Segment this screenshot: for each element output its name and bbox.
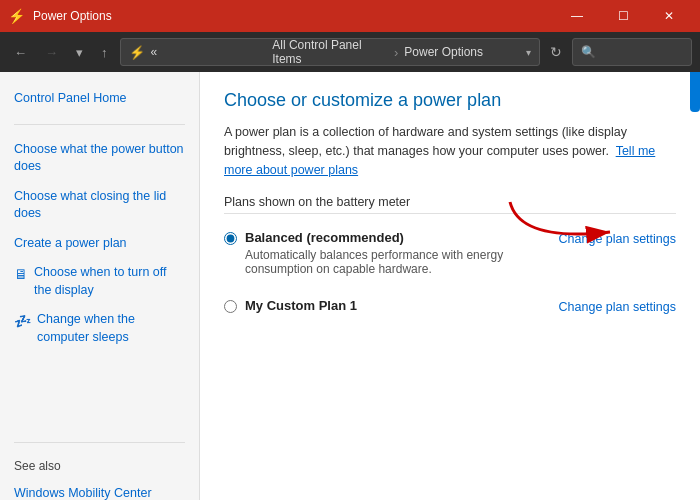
main-content: Control Panel Home Choose what the power… (0, 72, 700, 500)
sidebar-item-sleep[interactable]: 💤 Change when the computer sleeps (0, 305, 199, 352)
sidebar-item-display[interactable]: 🖥 Choose when to turn off the display (0, 258, 199, 305)
sleep-icon: 💤 (14, 312, 31, 332)
address-part1: « (151, 45, 267, 59)
minimize-button[interactable]: — (554, 0, 600, 32)
breadcrumb-separator: › (394, 45, 398, 60)
display-icon: 🖥 (14, 265, 28, 285)
sidebar-item-label-2: Create a power plan (14, 235, 127, 253)
plan-desc-balanced: Automatically balances performance with … (245, 248, 559, 276)
sidebar-item-label-0: Choose what the power button does (14, 141, 185, 176)
section-label: Plans shown on the battery meter (224, 195, 676, 214)
sidebar-item-home[interactable]: Control Panel Home (0, 84, 199, 114)
window-controls: — ☐ ✕ (554, 0, 692, 32)
content-description: A power plan is a collection of hardware… (224, 123, 676, 179)
see-also-label: See also (0, 453, 199, 479)
address-breadcrumb2: Power Options (404, 45, 520, 59)
sidebar-divider-1 (14, 124, 185, 125)
title-bar: ⚡ Power Options — ☐ ✕ (0, 0, 700, 32)
sidebar-item-create-plan[interactable]: Create a power plan (0, 229, 199, 259)
app-icon: ⚡ (8, 8, 25, 24)
plan-row-custom: My Custom Plan 1 Change plan settings (224, 294, 676, 318)
sidebar: Control Panel Home Choose what the power… (0, 72, 200, 500)
search-box[interactable]: 🔍 (572, 38, 692, 66)
page-title: Choose or customize a power plan (224, 90, 676, 111)
plan-name-custom: My Custom Plan 1 (245, 298, 357, 313)
dropdown-button[interactable]: ▾ (70, 41, 89, 64)
sidebar-item-power-button[interactable]: Choose what the power button does (0, 135, 199, 182)
address-bar: ← → ▾ ↑ ⚡ « All Control Panel Items › Po… (0, 32, 700, 72)
change-plan-link-custom[interactable]: Change plan settings (559, 300, 676, 314)
refresh-button[interactable]: ↻ (546, 40, 566, 64)
sidebar-item-lid[interactable]: Choose what closing the lid does (0, 182, 199, 229)
plan-left-custom: My Custom Plan 1 (224, 298, 559, 313)
window-title: Power Options (33, 9, 546, 23)
up-button[interactable]: ↑ (95, 41, 114, 64)
sidebar-item-label-4: Change when the computer sleeps (37, 311, 185, 346)
plan-radio-custom[interactable] (224, 300, 237, 313)
close-button[interactable]: ✕ (646, 0, 692, 32)
maximize-button[interactable]: ☐ (600, 0, 646, 32)
sidebar-link-mobility[interactable]: Windows Mobility Center (0, 479, 199, 500)
sidebar-item-label-1: Choose what closing the lid does (14, 188, 185, 223)
content-area: Choose or customize a power plan A power… (200, 72, 700, 500)
scrollbar-indicator[interactable] (690, 72, 700, 112)
plan-name-balanced: Balanced (recommended) (245, 230, 559, 245)
address-field[interactable]: ⚡ « All Control Panel Items › Power Opti… (120, 38, 541, 66)
forward-button[interactable]: → (39, 41, 64, 64)
search-icon: 🔍 (581, 45, 596, 59)
home-label: Control Panel Home (14, 90, 127, 108)
mobility-center-label: Windows Mobility Center (14, 485, 152, 500)
plan-row-balanced: Balanced (recommended) Automatically bal… (224, 226, 676, 280)
address-chevron-icon[interactable]: ▾ (526, 47, 531, 58)
change-plan-link-balanced[interactable]: Change plan settings (559, 232, 676, 246)
address-breadcrumb1: All Control Panel Items (272, 38, 388, 66)
back-button[interactable]: ← (8, 41, 33, 64)
plan-left-balanced: Balanced (recommended) Automatically bal… (224, 230, 559, 276)
sidebar-divider-2 (14, 442, 185, 443)
plan-radio-balanced[interactable] (224, 232, 237, 245)
sidebar-item-label-3: Choose when to turn off the display (34, 264, 185, 299)
